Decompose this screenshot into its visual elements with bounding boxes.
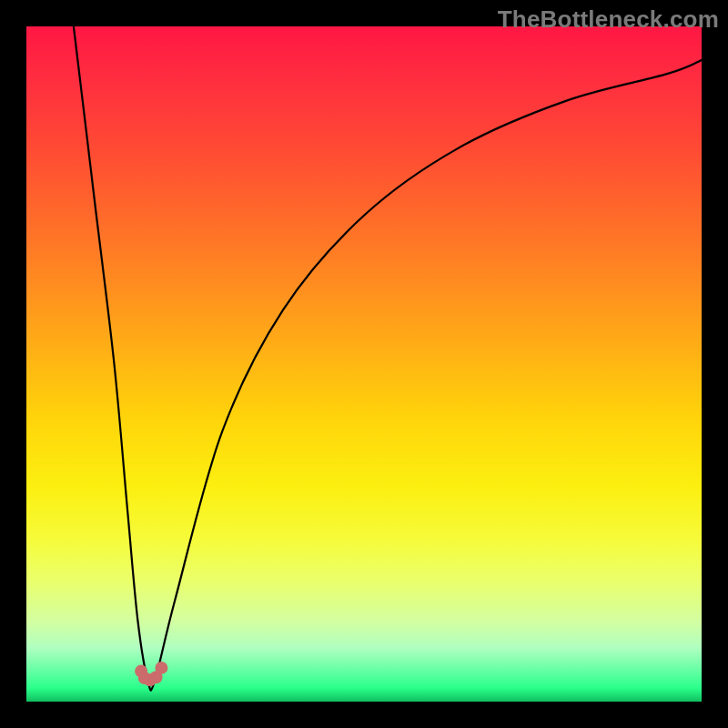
watermark-text: TheBottleneck.com [498,5,719,34]
chart-plot-area [26,26,702,702]
minimum-marker [155,662,167,674]
minimum-markers [135,662,167,686]
chart-frame: TheBottleneck.com [0,0,728,728]
curve-svg [26,26,702,702]
bottleneck-curve [74,26,702,691]
